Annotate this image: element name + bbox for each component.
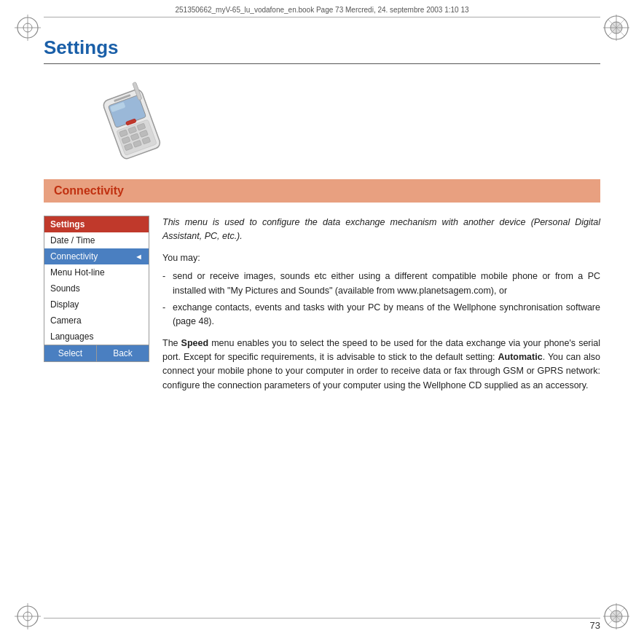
menu-footer: Select Back — [44, 345, 149, 361]
menu-item-settings: Settings — [44, 216, 149, 232]
page-title: Settings — [44, 36, 600, 64]
bullet-item-2: exchange contacts, events and tasks with… — [162, 301, 600, 329]
menu-item-languages: Languages — [44, 329, 149, 345]
menu-item-hotline: Menu Hot-line — [44, 264, 149, 280]
text-content: This menu is used to configure the data … — [162, 216, 600, 393]
you-may-text: You may: — [162, 251, 600, 265]
speed-bold: Speed — [181, 338, 209, 348]
menu-item-connectivity[interactable]: Connectivity ◄ — [44, 248, 149, 264]
menu-item-datetime: Date / Time — [44, 232, 149, 248]
active-arrow: ◄ — [135, 252, 143, 261]
phone-menu: Settings Date / Time Connectivity ◄ Menu… — [44, 216, 149, 362]
connectivity-label: Connectivity — [54, 184, 124, 197]
intro-text: This menu is used to configure the data … — [162, 216, 600, 244]
file-header: 251350662_myV-65_lu_vodafone_en.book Pag… — [44, 6, 600, 17]
automatic-bold: Automatic — [498, 352, 543, 362]
bullet-list: send or receive images, sounds etc eithe… — [162, 270, 600, 329]
phone-image — [73, 79, 189, 166]
back-button[interactable]: Back — [97, 345, 149, 361]
select-button[interactable]: Select — [44, 345, 97, 361]
bullet-item-1: send or receive images, sounds etc eithe… — [162, 270, 600, 298]
corner-mark-tl — [13, 13, 42, 42]
menu-item-camera: Camera — [44, 313, 149, 329]
corner-mark-bl — [13, 602, 42, 631]
bottom-separator — [44, 618, 600, 619]
phone-image-area — [44, 79, 600, 166]
main-paragraph: The Speed menu enables you to select the… — [162, 337, 600, 393]
corner-mark-tr — [602, 13, 631, 42]
corner-mark-br — [602, 602, 631, 631]
connectivity-banner: Connectivity — [44, 179, 600, 203]
page-number: 73 — [590, 620, 600, 631]
menu-item-sounds: Sounds — [44, 280, 149, 297]
menu-item-display: Display — [44, 297, 149, 313]
